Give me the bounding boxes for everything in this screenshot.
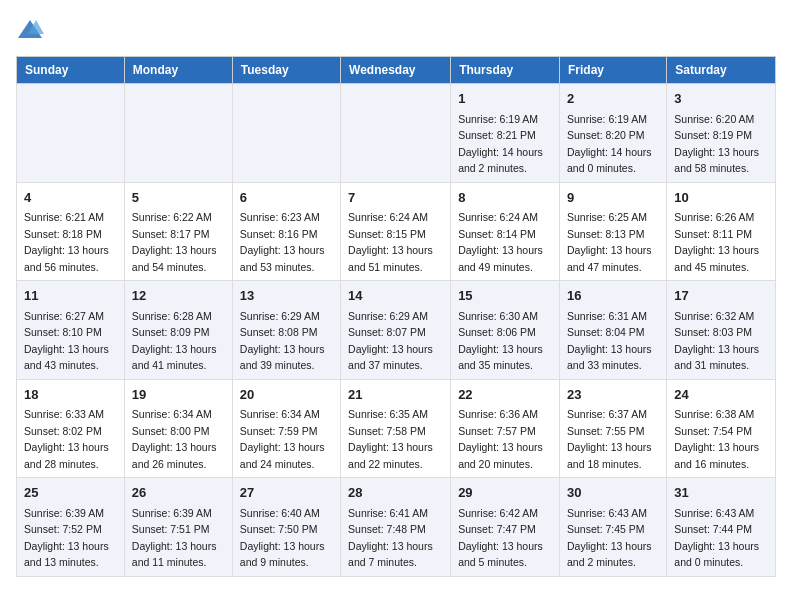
day-number: 12 xyxy=(132,286,225,306)
calendar-header-row: SundayMondayTuesdayWednesdayThursdayFrid… xyxy=(17,57,776,84)
calendar-cell: 26Sunrise: 6:39 AM Sunset: 7:51 PM Dayli… xyxy=(124,478,232,577)
day-detail: Sunrise: 6:43 AM Sunset: 7:45 PM Dayligh… xyxy=(567,507,652,569)
day-detail: Sunrise: 6:35 AM Sunset: 7:58 PM Dayligh… xyxy=(348,408,433,470)
calendar-cell: 18Sunrise: 6:33 AM Sunset: 8:02 PM Dayli… xyxy=(17,379,125,478)
calendar-cell: 10Sunrise: 6:26 AM Sunset: 8:11 PM Dayli… xyxy=(667,182,776,281)
day-number: 13 xyxy=(240,286,333,306)
day-number: 18 xyxy=(24,385,117,405)
week-row-1: 1Sunrise: 6:19 AM Sunset: 8:21 PM Daylig… xyxy=(17,84,776,183)
day-detail: Sunrise: 6:19 AM Sunset: 8:20 PM Dayligh… xyxy=(567,113,652,175)
calendar-cell: 7Sunrise: 6:24 AM Sunset: 8:15 PM Daylig… xyxy=(341,182,451,281)
day-detail: Sunrise: 6:31 AM Sunset: 8:04 PM Dayligh… xyxy=(567,310,652,372)
calendar-cell: 13Sunrise: 6:29 AM Sunset: 8:08 PM Dayli… xyxy=(232,281,340,380)
day-number: 29 xyxy=(458,483,552,503)
calendar-cell: 28Sunrise: 6:41 AM Sunset: 7:48 PM Dayli… xyxy=(341,478,451,577)
day-detail: Sunrise: 6:26 AM Sunset: 8:11 PM Dayligh… xyxy=(674,211,759,273)
day-detail: Sunrise: 6:41 AM Sunset: 7:48 PM Dayligh… xyxy=(348,507,433,569)
calendar-cell: 14Sunrise: 6:29 AM Sunset: 8:07 PM Dayli… xyxy=(341,281,451,380)
day-detail: Sunrise: 6:19 AM Sunset: 8:21 PM Dayligh… xyxy=(458,113,543,175)
week-row-4: 18Sunrise: 6:33 AM Sunset: 8:02 PM Dayli… xyxy=(17,379,776,478)
calendar-cell: 19Sunrise: 6:34 AM Sunset: 8:00 PM Dayli… xyxy=(124,379,232,478)
day-detail: Sunrise: 6:28 AM Sunset: 8:09 PM Dayligh… xyxy=(132,310,217,372)
day-number: 25 xyxy=(24,483,117,503)
header xyxy=(16,16,776,44)
day-detail: Sunrise: 6:40 AM Sunset: 7:50 PM Dayligh… xyxy=(240,507,325,569)
day-detail: Sunrise: 6:43 AM Sunset: 7:44 PM Dayligh… xyxy=(674,507,759,569)
day-detail: Sunrise: 6:27 AM Sunset: 8:10 PM Dayligh… xyxy=(24,310,109,372)
logo-icon xyxy=(16,16,44,44)
calendar-cell: 9Sunrise: 6:25 AM Sunset: 8:13 PM Daylig… xyxy=(559,182,666,281)
day-detail: Sunrise: 6:32 AM Sunset: 8:03 PM Dayligh… xyxy=(674,310,759,372)
day-number: 19 xyxy=(132,385,225,405)
calendar-cell: 22Sunrise: 6:36 AM Sunset: 7:57 PM Dayli… xyxy=(451,379,560,478)
day-detail: Sunrise: 6:25 AM Sunset: 8:13 PM Dayligh… xyxy=(567,211,652,273)
day-number: 31 xyxy=(674,483,768,503)
day-detail: Sunrise: 6:36 AM Sunset: 7:57 PM Dayligh… xyxy=(458,408,543,470)
day-number: 3 xyxy=(674,89,768,109)
calendar-cell: 5Sunrise: 6:22 AM Sunset: 8:17 PM Daylig… xyxy=(124,182,232,281)
day-number: 1 xyxy=(458,89,552,109)
day-detail: Sunrise: 6:23 AM Sunset: 8:16 PM Dayligh… xyxy=(240,211,325,273)
week-row-2: 4Sunrise: 6:21 AM Sunset: 8:18 PM Daylig… xyxy=(17,182,776,281)
day-detail: Sunrise: 6:22 AM Sunset: 8:17 PM Dayligh… xyxy=(132,211,217,273)
day-number: 20 xyxy=(240,385,333,405)
day-detail: Sunrise: 6:24 AM Sunset: 8:15 PM Dayligh… xyxy=(348,211,433,273)
week-row-3: 11Sunrise: 6:27 AM Sunset: 8:10 PM Dayli… xyxy=(17,281,776,380)
calendar-cell: 2Sunrise: 6:19 AM Sunset: 8:20 PM Daylig… xyxy=(559,84,666,183)
day-number: 15 xyxy=(458,286,552,306)
day-number: 17 xyxy=(674,286,768,306)
calendar-cell xyxy=(17,84,125,183)
calendar-cell: 31Sunrise: 6:43 AM Sunset: 7:44 PM Dayli… xyxy=(667,478,776,577)
day-number: 9 xyxy=(567,188,659,208)
calendar-cell: 12Sunrise: 6:28 AM Sunset: 8:09 PM Dayli… xyxy=(124,281,232,380)
day-number: 5 xyxy=(132,188,225,208)
calendar-cell: 27Sunrise: 6:40 AM Sunset: 7:50 PM Dayli… xyxy=(232,478,340,577)
calendar-cell xyxy=(341,84,451,183)
calendar-cell: 23Sunrise: 6:37 AM Sunset: 7:55 PM Dayli… xyxy=(559,379,666,478)
day-detail: Sunrise: 6:29 AM Sunset: 8:07 PM Dayligh… xyxy=(348,310,433,372)
day-detail: Sunrise: 6:33 AM Sunset: 8:02 PM Dayligh… xyxy=(24,408,109,470)
calendar-cell: 6Sunrise: 6:23 AM Sunset: 8:16 PM Daylig… xyxy=(232,182,340,281)
calendar-table: SundayMondayTuesdayWednesdayThursdayFrid… xyxy=(16,56,776,577)
calendar-cell: 25Sunrise: 6:39 AM Sunset: 7:52 PM Dayli… xyxy=(17,478,125,577)
col-header-thursday: Thursday xyxy=(451,57,560,84)
day-detail: Sunrise: 6:29 AM Sunset: 8:08 PM Dayligh… xyxy=(240,310,325,372)
day-number: 24 xyxy=(674,385,768,405)
calendar-cell: 21Sunrise: 6:35 AM Sunset: 7:58 PM Dayli… xyxy=(341,379,451,478)
calendar-cell: 20Sunrise: 6:34 AM Sunset: 7:59 PM Dayli… xyxy=(232,379,340,478)
day-number: 7 xyxy=(348,188,443,208)
day-detail: Sunrise: 6:39 AM Sunset: 7:52 PM Dayligh… xyxy=(24,507,109,569)
day-number: 8 xyxy=(458,188,552,208)
day-number: 6 xyxy=(240,188,333,208)
day-detail: Sunrise: 6:21 AM Sunset: 8:18 PM Dayligh… xyxy=(24,211,109,273)
day-detail: Sunrise: 6:34 AM Sunset: 8:00 PM Dayligh… xyxy=(132,408,217,470)
day-number: 27 xyxy=(240,483,333,503)
day-number: 10 xyxy=(674,188,768,208)
col-header-monday: Monday xyxy=(124,57,232,84)
week-row-5: 25Sunrise: 6:39 AM Sunset: 7:52 PM Dayli… xyxy=(17,478,776,577)
col-header-sunday: Sunday xyxy=(17,57,125,84)
calendar-cell xyxy=(232,84,340,183)
calendar-cell: 8Sunrise: 6:24 AM Sunset: 8:14 PM Daylig… xyxy=(451,182,560,281)
calendar-cell: 4Sunrise: 6:21 AM Sunset: 8:18 PM Daylig… xyxy=(17,182,125,281)
col-header-friday: Friday xyxy=(559,57,666,84)
calendar-cell: 15Sunrise: 6:30 AM Sunset: 8:06 PM Dayli… xyxy=(451,281,560,380)
day-detail: Sunrise: 6:20 AM Sunset: 8:19 PM Dayligh… xyxy=(674,113,759,175)
col-header-wednesday: Wednesday xyxy=(341,57,451,84)
day-detail: Sunrise: 6:34 AM Sunset: 7:59 PM Dayligh… xyxy=(240,408,325,470)
calendar-cell: 1Sunrise: 6:19 AM Sunset: 8:21 PM Daylig… xyxy=(451,84,560,183)
calendar-cell xyxy=(124,84,232,183)
calendar-cell: 3Sunrise: 6:20 AM Sunset: 8:19 PM Daylig… xyxy=(667,84,776,183)
day-detail: Sunrise: 6:42 AM Sunset: 7:47 PM Dayligh… xyxy=(458,507,543,569)
day-number: 11 xyxy=(24,286,117,306)
day-number: 23 xyxy=(567,385,659,405)
day-number: 30 xyxy=(567,483,659,503)
day-number: 26 xyxy=(132,483,225,503)
calendar-cell: 17Sunrise: 6:32 AM Sunset: 8:03 PM Dayli… xyxy=(667,281,776,380)
day-number: 28 xyxy=(348,483,443,503)
logo xyxy=(16,16,48,44)
day-number: 22 xyxy=(458,385,552,405)
calendar-cell: 11Sunrise: 6:27 AM Sunset: 8:10 PM Dayli… xyxy=(17,281,125,380)
calendar-cell: 24Sunrise: 6:38 AM Sunset: 7:54 PM Dayli… xyxy=(667,379,776,478)
col-header-tuesday: Tuesday xyxy=(232,57,340,84)
